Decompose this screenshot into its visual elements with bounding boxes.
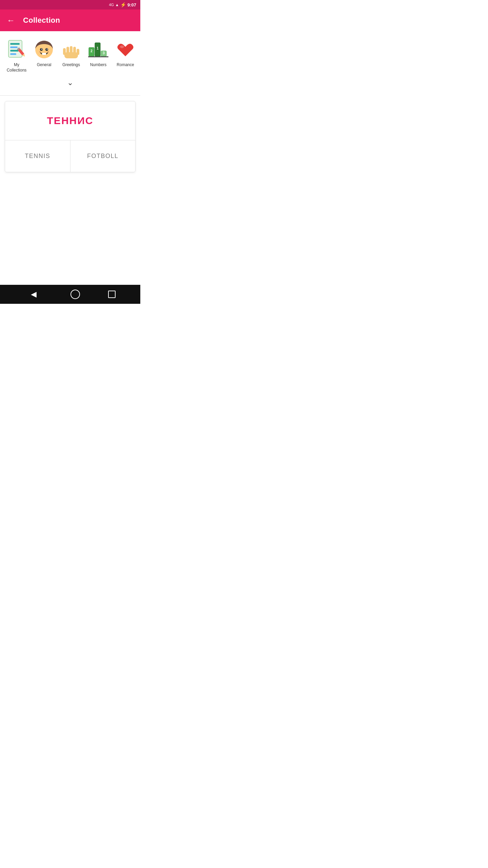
category-list: My Collections (0, 37, 140, 76)
category-item-numbers[interactable]: 2 1 3 Numbers (85, 37, 112, 76)
expand-row[interactable]: ⌄ (0, 76, 140, 92)
general-icon (33, 39, 55, 60)
greetings-icon (60, 39, 82, 60)
svg-rect-1 (10, 43, 20, 45)
svg-point-12 (47, 49, 48, 50)
network-label: 4G (109, 3, 114, 7)
category-label-general: General (37, 62, 52, 68)
flashcard-translation-1[interactable]: TENNIS (5, 140, 70, 172)
category-item-emergency[interactable]: Emergency (139, 37, 140, 76)
svg-point-29 (120, 45, 124, 48)
category-label-my-collections: My Collections (5, 62, 28, 73)
svg-rect-15 (42, 53, 46, 55)
battery-icon: ⚡ (120, 2, 126, 7)
svg-point-11 (41, 49, 42, 50)
flashcard[interactable]: ТЕННИС TENNIS FOTBOLL (5, 101, 136, 172)
category-label-romance: Romance (117, 62, 134, 68)
category-section: My Collections (0, 31, 140, 95)
svg-text:1: 1 (97, 46, 99, 50)
chevron-down-icon: ⌄ (67, 78, 73, 87)
time-label: 9:07 (127, 2, 136, 7)
category-item-greetings[interactable]: Greetings (58, 37, 85, 76)
svg-point-13 (39, 51, 41, 53)
svg-rect-2 (10, 46, 18, 48)
category-item-general[interactable]: General (30, 37, 58, 76)
nav-back-button[interactable]: ◀ (25, 289, 43, 300)
svg-rect-4 (10, 53, 16, 55)
nav-home-button[interactable] (70, 290, 80, 299)
category-item-romance[interactable]: Romance (112, 37, 139, 76)
status-bar: 4G ▲ ⚡ 9:07 (0, 0, 140, 9)
my-collections-icon (6, 39, 27, 60)
category-item-my-collections[interactable]: My Collections (3, 37, 30, 76)
flashcard-translation-2[interactable]: FOTBOLL (70, 140, 136, 172)
svg-point-14 (47, 51, 49, 53)
signal-icon: ▲ (115, 3, 119, 7)
nav-bar: ◀ (0, 285, 140, 304)
back-button[interactable]: ← (5, 15, 16, 26)
flashcard-area: ТЕННИС TENNIS FOTBOLL (0, 96, 140, 178)
status-icons: 4G ▲ ⚡ 9:07 (109, 2, 136, 7)
nav-recents-button[interactable] (108, 291, 116, 298)
svg-rect-3 (10, 50, 19, 52)
page-title: Collection (23, 16, 60, 25)
svg-text:2: 2 (90, 49, 93, 53)
category-label-greetings: Greetings (62, 62, 80, 68)
flashcard-top: ТЕННИС (5, 101, 135, 140)
svg-rect-21 (64, 52, 78, 58)
flashcard-word: ТЕННИС (47, 115, 94, 126)
content-spacer (0, 178, 140, 285)
svg-rect-28 (88, 56, 108, 57)
romance-icon (115, 39, 136, 60)
app-bar: ← Collection (0, 9, 140, 31)
category-label-numbers: Numbers (90, 62, 107, 68)
numbers-icon: 2 1 3 (87, 39, 109, 60)
flashcard-bottom: TENNIS FOTBOLL (5, 140, 135, 172)
svg-text:3: 3 (103, 51, 105, 55)
